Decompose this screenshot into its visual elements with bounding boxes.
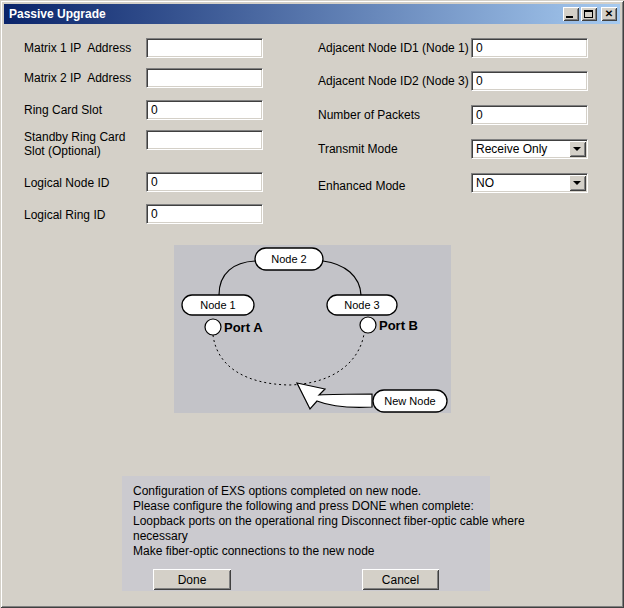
maximize-button[interactable]	[581, 7, 597, 21]
label-logical-node-id: Logical Node ID	[24, 176, 109, 190]
port-a-circle	[205, 319, 221, 335]
close-icon: ✕	[601, 7, 617, 21]
node2-label: Node 2	[271, 253, 306, 265]
close-button[interactable]: ✕	[601, 7, 617, 21]
label-matrix1-ip: Matrix 1 IP Address	[24, 41, 131, 55]
label-transmit-mode: Transmit Mode	[318, 142, 398, 156]
ring-topology-svg: Node 2 Node 1 Node 3 New Node Port A Por…	[174, 245, 451, 413]
ring-card-slot-input[interactable]	[146, 100, 263, 120]
port-a-label: Port A	[224, 320, 263, 335]
enhanced-mode-value: NO	[472, 176, 569, 190]
link-node2-node1	[219, 261, 255, 295]
matrix1-ip-input[interactable]	[146, 38, 263, 58]
chevron-down-icon[interactable]	[569, 175, 586, 191]
ring-topology-diagram: Node 2 Node 1 Node 3 New Node Port A Por…	[174, 245, 451, 413]
label-adjacent-node-id2: Adjacent Node ID2 (Node 3)	[318, 74, 469, 88]
label-ring-card-slot: Ring Card Slot	[24, 103, 102, 117]
transmit-mode-select[interactable]: Receive Only	[471, 139, 588, 159]
minimize-icon	[566, 16, 573, 18]
transmit-mode-value: Receive Only	[472, 142, 569, 156]
node3-label: Node 3	[344, 299, 379, 311]
dotted-new-ring-arc	[213, 334, 364, 385]
insert-arrow-icon	[297, 383, 372, 409]
port-b-label: Port B	[379, 318, 418, 333]
instruction-line-2: Please configure the following and press…	[133, 499, 474, 514]
label-number-of-packets: Number of Packets	[318, 108, 420, 122]
cancel-button[interactable]: Cancel	[362, 569, 439, 590]
matrix2-ip-input[interactable]	[146, 68, 263, 88]
logical-ring-id-input[interactable]	[146, 204, 263, 224]
label-standby-ring-card-slot: Standby Ring Card Slot (Optional)	[24, 130, 146, 158]
done-button[interactable]: Done	[153, 569, 231, 590]
label-adjacent-node-id1: Adjacent Node ID1 (Node 1)	[318, 41, 469, 55]
title-bar[interactable]: Passive Upgrade ✕	[4, 4, 620, 24]
adjacent-node-id1-input[interactable]	[471, 38, 588, 58]
passive-upgrade-dialog: Passive Upgrade ✕ Matrix 1 IP Address Ma…	[0, 0, 624, 608]
label-logical-ring-id: Logical Ring ID	[24, 208, 105, 222]
enhanced-mode-select[interactable]: NO	[471, 173, 588, 193]
minimize-button[interactable]	[563, 7, 579, 21]
number-of-packets-input[interactable]	[471, 105, 588, 125]
chevron-down-icon[interactable]	[569, 141, 586, 157]
instruction-line-1: Configuration of EXS options completed o…	[133, 484, 421, 499]
instruction-line-4: necessary	[133, 529, 188, 544]
label-enhanced-mode: Enhanced Mode	[318, 179, 405, 193]
link-node2-node3	[323, 261, 361, 295]
node1-label: Node 1	[200, 299, 235, 311]
logical-node-id-input[interactable]	[146, 172, 263, 192]
window-controls: ✕	[563, 7, 617, 21]
instruction-line-5: Make fiber-optic connections to the new …	[133, 544, 374, 559]
maximize-icon	[584, 10, 593, 18]
new-node-label: New Node	[384, 395, 435, 407]
standby-ring-card-slot-input[interactable]	[146, 130, 263, 150]
label-matrix2-ip: Matrix 2 IP Address	[24, 71, 131, 85]
adjacent-node-id2-input[interactable]	[471, 71, 588, 91]
window-title: Passive Upgrade	[9, 7, 106, 21]
port-b-circle	[360, 317, 376, 333]
instruction-line-3: Loopback ports on the operational ring D…	[133, 514, 525, 529]
